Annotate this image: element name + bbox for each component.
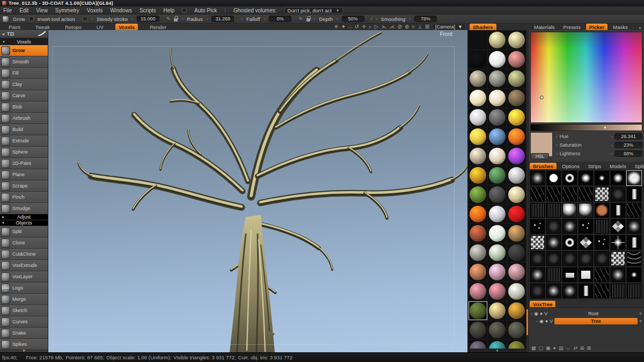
brush-thumb[interactable]: [562, 186, 577, 202]
tab-voxels[interactable]: Voxels: [115, 24, 138, 30]
sidebar-item-logo[interactable]: LOGOLogo: [0, 283, 48, 294]
sidebar-scroll-down[interactable]: ▼: [0, 349, 48, 352]
shader-thumb[interactable]: [488, 321, 507, 339]
sidebar-item-spikes[interactable]: Spikes: [0, 339, 48, 350]
brush-thumb[interactable]: [578, 219, 594, 234]
brush-thumb[interactable]: [530, 283, 545, 299]
brush-thumb[interactable]: [578, 251, 594, 266]
shader-thumb[interactable]: [507, 321, 526, 339]
brush-thumb[interactable]: [626, 170, 642, 186]
camera-select[interactable]: [Camera] ▼: [432, 24, 466, 30]
brush-thumb[interactable]: [594, 202, 610, 218]
brush-thumb[interactable]: [626, 251, 642, 266]
brush-thumb[interactable]: [610, 219, 626, 234]
snap-left-icon[interactable]: ⋋: [382, 24, 387, 30]
saturation-dec-arrow[interactable]: ‹: [556, 143, 558, 148]
brush-thumb[interactable]: [610, 170, 626, 186]
smoothing-value[interactable]: 78%: [414, 16, 437, 22]
play-icon[interactable]: ▷: [375, 24, 379, 30]
add-volume-icon[interactable]: ▦: [531, 345, 536, 351]
sidebar-section-header[interactable]: ▼ Voxels: [0, 38, 48, 45]
add-child-icon[interactable]: +: [639, 318, 642, 324]
swap-icon[interactable]: ↔: [566, 345, 571, 351]
shader-thumb[interactable]: [469, 224, 487, 243]
tab-strips[interactable]: Strips: [585, 163, 604, 169]
tab-presets[interactable]: Presets: [560, 24, 584, 30]
shader-thumb[interactable]: [469, 108, 487, 127]
brush-thumb[interactable]: [626, 283, 642, 299]
voxel-mode-icon[interactable]: V: [544, 311, 547, 316]
shader-thumb[interactable]: [488, 205, 507, 223]
sidebar-item-carve[interactable]: Carve: [0, 90, 48, 102]
tab-materials[interactable]: Materials: [531, 24, 558, 30]
falloff-value[interactable]: 0%: [269, 16, 291, 22]
sidebar-item-smudge[interactable]: Smudge: [0, 203, 48, 214]
menu-item-symmetry[interactable]: Symmetry: [55, 8, 79, 13]
brush-thumb[interactable]: [530, 235, 545, 250]
brush-thumb[interactable]: [578, 186, 594, 202]
shader-scroll-thumb[interactable]: [526, 309, 528, 335]
hue-dec-arrow[interactable]: ‹: [556, 134, 558, 139]
volume-name[interactable]: Tree: [554, 318, 637, 324]
collapse-icon[interactable]: -: [531, 311, 532, 316]
steady-stroke-checkbox[interactable]: [83, 17, 87, 21]
ghosted-volumes-dropdown[interactable]: Don't pick, don't act ▼: [284, 7, 343, 13]
visibility-icon[interactable]: ◉: [539, 318, 544, 324]
duplicate-volume-icon[interactable]: ▣: [546, 345, 551, 351]
tab-uv[interactable]: UV: [93, 24, 107, 30]
radius-inc-arrow[interactable]: ›: [207, 17, 208, 21]
brush-thumb[interactable]: [594, 235, 610, 250]
close-icon[interactable]: ⊠: [587, 345, 591, 351]
brush-thumb[interactable]: [546, 251, 561, 266]
falloff-dec-arrow[interactable]: ‹: [241, 17, 243, 21]
section-adjust[interactable]: ►Adjust: [0, 214, 48, 220]
hue-inc-arrow[interactable]: ›: [611, 134, 612, 139]
move-icon[interactable]: ✛: [362, 24, 366, 30]
shader-thumb[interactable]: [507, 205, 526, 223]
shader-thumb[interactable]: [488, 166, 507, 185]
viewport-3d[interactable]: Front: [48, 30, 468, 352]
layers-icon[interactable]: ▤: [559, 345, 564, 351]
shader-thumb[interactable]: [488, 243, 507, 262]
brush-thumb[interactable]: [562, 267, 577, 283]
shader-thumb[interactable]: [488, 263, 507, 281]
brush-thumb[interactable]: [546, 219, 561, 234]
brush-thumb[interactable]: [594, 251, 610, 266]
shader-thumb[interactable]: [507, 147, 526, 165]
brush-thumb[interactable]: [626, 219, 642, 234]
auto-pick-label[interactable]: Auto Pick: [194, 8, 217, 13]
sidebar-item-snake[interactable]: Snake: [0, 328, 48, 339]
sidebar-item-smooth[interactable]: Smooth: [0, 56, 48, 68]
shader-thumb[interactable]: [507, 185, 526, 204]
shader-thumb[interactable]: [488, 224, 507, 243]
shader-thumb[interactable]: [488, 50, 507, 69]
depth-dec-arrow[interactable]: ‹: [314, 17, 316, 21]
brush-thumb[interactable]: [610, 186, 626, 202]
sidebar-item-build[interactable]: Build: [0, 124, 48, 135]
shader-thumb[interactable]: [507, 263, 526, 281]
shader-thumb[interactable]: [469, 301, 487, 320]
tab-shaders[interactable]: Shaders: [470, 24, 496, 30]
zoom-icon[interactable]: ⌕: [369, 24, 372, 30]
tab-render[interactable]: Render: [147, 24, 170, 30]
brush-thumb[interactable]: [578, 202, 594, 218]
shader-thumb[interactable]: [488, 301, 507, 320]
color-picker-area[interactable]: [530, 32, 642, 123]
voxtree-row-tree[interactable]: -◉●VTree+: [529, 317, 644, 324]
shader-thumb[interactable]: [488, 282, 507, 301]
radius-dec-arrow[interactable]: ‹: [181, 17, 183, 21]
stroke-icon[interactable]: [38, 31, 46, 37]
brush-thumb[interactable]: [546, 170, 561, 186]
tab-options[interactable]: Options: [559, 163, 583, 169]
tree-model[interactable]: [48, 30, 468, 352]
brush-thumb[interactable]: [578, 283, 594, 299]
gradient-marker[interactable]: [604, 127, 606, 128]
shader-thumb[interactable]: [469, 89, 487, 107]
hue-value[interactable]: 26.341: [614, 133, 642, 140]
shader-thumb[interactable]: [507, 224, 526, 243]
brush-thumb[interactable]: [626, 235, 642, 250]
auto-pick-checkbox[interactable]: [182, 8, 187, 13]
tab-picker[interactable]: Picker: [586, 24, 608, 30]
depth-pen-icon[interactable]: ✎: [298, 16, 303, 21]
sidebar-item-clay[interactable]: Clay: [0, 79, 48, 90]
